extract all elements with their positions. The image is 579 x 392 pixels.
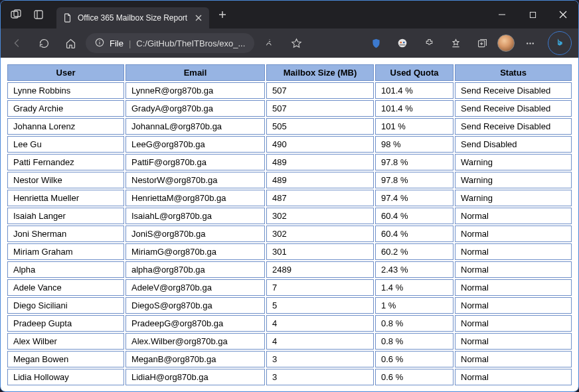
table-header-row: User Email Mailbox Size (MB) Used Quota … [7, 64, 572, 81]
close-tab-icon[interactable] [195, 14, 203, 22]
svg-point-23 [527, 42, 528, 44]
cell-status: Normal [455, 297, 572, 314]
svg-rect-2 [35, 11, 42, 19]
cell-user: Megan Bowen [7, 351, 124, 367]
table-row: Diego SicilianiDiegoS@org870b.ga51 %Norm… [7, 297, 572, 314]
minimize-button[interactable] [487, 1, 517, 29]
cell-user: Lidia Holloway [7, 369, 124, 385]
header-size: Mailbox Size (MB) [266, 64, 374, 81]
cell-status: Normal [455, 208, 572, 224]
cell-quota: 0.6 % [375, 369, 454, 385]
cell-quota: 98 % [375, 136, 454, 153]
svg-rect-18 [400, 44, 406, 46]
cell-quota: 97.8 % [375, 172, 454, 188]
cell-user: Grady Archie [7, 100, 124, 117]
cell-size: 4 [266, 333, 374, 350]
cell-user: Diego Siciliani [7, 297, 124, 314]
browser-window: Office 365 Mailbox Size Report [0, 0, 579, 392]
bing-chat-button[interactable] [548, 31, 572, 55]
cell-size: 3 [266, 369, 374, 385]
cell-quota: 2.43 % [375, 261, 454, 278]
cell-user: Isaiah Langer [7, 208, 124, 224]
cell-status: Send Receive Disabled [455, 82, 572, 99]
cell-quota: 0.8 % [375, 333, 454, 350]
table-row: Nestor WilkeNestorW@org870b.ga48997.8 %W… [7, 172, 572, 188]
info-icon[interactable] [95, 38, 104, 49]
table-row: Johanna LorenzJohannaL@org870b.ga505101 … [7, 118, 572, 135]
cell-size: 487 [266, 190, 374, 206]
table-row: Patti FernandezPattiF@org870b.ga48997.8 … [7, 154, 572, 170]
table-row: Lidia HollowayLidiaH@org870b.ga30.6 %Nor… [7, 369, 572, 385]
table-row: Lynne RobbinsLynneR@org870b.ga507101.4 %… [7, 82, 572, 99]
table-row: Adele VanceAdeleV@org870b.ga71.4 %Normal [7, 279, 572, 296]
cell-status: Normal [455, 243, 572, 260]
cell-status: Send Receive Disabled [455, 100, 572, 117]
extensions-button[interactable] [418, 33, 440, 54]
cell-user: Nestor Wilke [7, 172, 124, 188]
cell-status: Normal [455, 333, 572, 350]
favorite-button[interactable] [285, 33, 307, 54]
cell-email: AdeleV@org870b.ga [125, 279, 265, 296]
cell-quota: 60.4 % [375, 208, 454, 224]
svg-point-25 [532, 42, 533, 44]
collections-button[interactable] [471, 33, 493, 54]
table-row: Isaiah LangerIsaiahL@org870b.ga30260.4 %… [7, 208, 572, 224]
table-row: Pradeep GuptaPradeepG@org870b.ga40.8 %No… [7, 315, 572, 332]
refresh-button[interactable] [33, 33, 55, 54]
cell-size: 302 [266, 226, 374, 242]
read-aloud-button[interactable] [258, 33, 281, 54]
table-row: Lee GuLeeG@org870b.ga49098 %Send Disable… [7, 136, 572, 153]
address-scheme: File [110, 38, 124, 48]
cell-status: Normal [455, 351, 572, 367]
header-email: Email [125, 64, 265, 81]
header-quota: Used Quota [375, 64, 454, 81]
table-row: Henrietta MuellerHenriettaM@org870b.ga48… [7, 190, 572, 206]
cell-email: LeeG@org870b.ga [125, 136, 265, 153]
file-icon [63, 13, 72, 23]
cell-user: Miriam Graham [7, 243, 124, 260]
page-content: User Email Mailbox Size (MB) Used Quota … [1, 58, 578, 391]
cell-user: Adele Vance [7, 279, 124, 296]
cell-email: NestorW@org870b.ga [125, 172, 265, 188]
home-button[interactable] [59, 33, 82, 54]
cell-user: Patti Fernandez [7, 154, 124, 170]
profile-avatar[interactable] [497, 34, 515, 52]
cell-size: 3 [266, 351, 374, 367]
cell-quota: 1 % [375, 297, 454, 314]
cell-quota: 0.6 % [375, 351, 454, 367]
address-path: C:/GitHub/TheITBros/exo_... [136, 38, 245, 48]
cell-quota: 97.8 % [375, 154, 454, 170]
cell-user: Johanna Lorenz [7, 118, 124, 135]
maximize-button[interactable] [517, 1, 548, 29]
cell-status: Send Disabled [455, 136, 572, 153]
cell-quota: 1.4 % [375, 279, 454, 296]
cell-email: DiegoS@org870b.ga [125, 297, 265, 314]
shield-icon[interactable] [365, 33, 387, 54]
cell-quota: 60.4 % [375, 226, 454, 242]
cell-status: Warning [455, 154, 572, 170]
cell-status: Normal [455, 261, 572, 278]
cell-user: Alpha [7, 261, 124, 278]
extension-icon-1[interactable] [391, 33, 414, 54]
cell-quota: 101.4 % [375, 82, 454, 99]
address-bar[interactable]: File | C:/GitHub/TheITBros/exo_... [86, 33, 254, 53]
cell-email: JohannaL@org870b.ga [125, 118, 265, 135]
favorites-list-button[interactable] [444, 33, 467, 54]
browser-tab[interactable]: Office 365 Mailbox Size Report [56, 7, 209, 29]
cell-user: Lee Gu [7, 136, 124, 153]
toolbar: File | C:/GitHub/TheITBros/exo_... [1, 29, 578, 58]
cell-email: IsaiahL@org870b.ga [125, 208, 265, 224]
cell-status: Normal [455, 279, 572, 296]
cell-quota: 0.8 % [375, 315, 454, 332]
table-row: Joni ShermanJoniS@org870b.ga30260.4 %Nor… [7, 226, 572, 242]
back-button[interactable] [6, 33, 29, 54]
close-window-button[interactable] [548, 1, 578, 29]
cell-size: 7 [266, 279, 374, 296]
tab-actions-icon[interactable] [29, 4, 48, 25]
menu-button[interactable] [519, 33, 541, 54]
cell-user: Lynne Robbins [7, 82, 124, 99]
cell-size: 507 [266, 82, 374, 99]
workspaces-icon[interactable] [6, 4, 26, 25]
new-tab-button[interactable] [213, 5, 232, 24]
cell-size: 507 [266, 100, 374, 117]
